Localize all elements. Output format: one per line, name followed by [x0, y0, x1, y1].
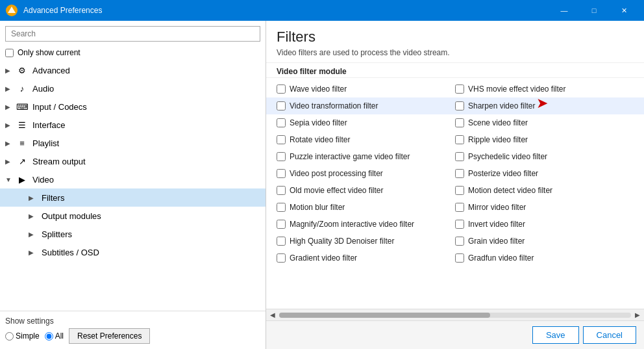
filter-right-2: Scene video filter: [455, 118, 634, 127]
minimize-button[interactable]: —: [549, 0, 579, 21]
sidebar-item-subtitles-osd[interactable]: ▶ Subtitles / OSD: [0, 243, 266, 261]
filter-checkbox-video-transform[interactable]: [277, 101, 286, 110]
only-show-current-checkbox[interactable]: [5, 49, 14, 57]
filter-checkbox-motion-blur[interactable]: [277, 203, 286, 212]
radio-simple[interactable]: Simple: [5, 331, 40, 341]
filter-checkbox-old-movie[interactable]: [277, 186, 286, 195]
filter-checkbox-scene[interactable]: [455, 118, 464, 127]
scroll-thumb[interactable]: [279, 313, 490, 318]
filter-label-motion-blur: Motion blur filter: [290, 203, 345, 212]
sidebar-item-video[interactable]: ▼ ▶ Video: [0, 170, 266, 188]
sidebar-item-audio[interactable]: ▶ ♪ Audio: [0, 79, 266, 97]
show-settings-section: Show settings Simple All Reset Preferenc…: [0, 311, 266, 349]
sidebar-item-interface[interactable]: ▶ ☰ Interface: [0, 116, 266, 134]
filter-checkbox-wave[interactable]: [277, 84, 286, 94]
filter-checkbox-denoiser[interactable]: [277, 237, 286, 246]
filter-label-mirror: Mirror video filter: [468, 203, 526, 212]
radio-simple-input[interactable]: [5, 332, 14, 341]
chevron-right-icon: ▶: [29, 213, 39, 220]
app-icon: [5, 4, 18, 17]
filter-row-4: Puzzle interactive game video filter Psy…: [266, 148, 644, 165]
filter-checkbox-magnify[interactable]: [277, 220, 286, 229]
filter-label-wave: Wave video filter: [290, 84, 347, 94]
filter-checkbox-gradient[interactable]: [277, 253, 286, 263]
filter-right-0: VHS movie effect video filter: [455, 84, 634, 94]
filter-left-4: Puzzle interactive game video filter: [277, 152, 455, 161]
filter-checkbox-vhs[interactable]: [455, 84, 464, 94]
sidebar-item-advanced[interactable]: ▶ ⚙ Advanced: [0, 61, 266, 79]
sidebar-item-stream-output[interactable]: ▶ ↗ Stream output: [0, 152, 266, 170]
filter-row-10: Gradient video filter Gradfun video filt…: [266, 250, 644, 266]
filter-checkbox-psychedelic[interactable]: [455, 152, 464, 161]
filters-list: ➤ Wave video filter VHS movie effect vid…: [266, 78, 644, 309]
sidebar-item-input-codecs[interactable]: ▶ ⌨ Input / Codecs: [0, 97, 266, 116]
only-show-current-row: Only show current: [0, 47, 266, 61]
filter-right-10: Gradfun video filter: [455, 253, 634, 263]
filter-left-1: Video transformation filter: [277, 101, 455, 110]
show-settings-label: Show settings: [5, 317, 260, 326]
filter-right-7: Mirror video filter: [455, 203, 634, 212]
filter-label-posterize: Posterize video filter: [468, 169, 538, 178]
filter-checkbox-grain[interactable]: [455, 237, 464, 246]
titlebar: Advanced Preferences — □ ✕: [0, 0, 644, 21]
chevron-right-icon: ▶: [5, 122, 16, 129]
filter-checkbox-mirror[interactable]: [455, 203, 464, 212]
scroll-right-button[interactable]: ▶: [632, 310, 643, 320]
filter-label-invert: Invert video filter: [468, 220, 525, 229]
filter-label-psychedelic: Psychedelic video filter: [468, 152, 547, 161]
scroll-left-button[interactable]: ◀: [267, 310, 278, 320]
filter-checkbox-invert[interactable]: [455, 220, 464, 229]
filter-row-7: Motion blur filter Mirror video filter: [266, 199, 644, 216]
filter-row-3: Rotate video filter Ripple video filter: [266, 131, 644, 148]
cancel-button[interactable]: Cancel: [583, 326, 636, 344]
filter-checkbox-posterize[interactable]: [455, 169, 464, 178]
sidebar-item-output-modules[interactable]: ▶ Output modules: [0, 207, 266, 225]
horizontal-scrollbar[interactable]: ◀ ▶: [266, 309, 644, 320]
filter-label-gradfun: Gradfun video filter: [468, 253, 534, 263]
filter-row-1: Video transformation filter Sharpen vide…: [266, 97, 644, 114]
save-button[interactable]: Save: [532, 326, 579, 344]
search-input[interactable]: [5, 26, 260, 42]
filter-label-puzzle: Puzzle interactive game video filter: [290, 152, 410, 161]
filter-left-7: Motion blur filter: [277, 203, 455, 212]
filter-right-4: Psychedelic video filter: [455, 152, 634, 161]
filter-label-ripple: Ripple video filter: [468, 135, 528, 144]
filter-right-9: Grain video filter: [455, 237, 634, 246]
filter-checkbox-motion-detect[interactable]: [455, 186, 464, 195]
right-panel: Filters Video filters are used to proces…: [266, 21, 644, 349]
filter-row-6: Old movie effect video filter Motion det…: [266, 182, 644, 199]
selection-arrow-icon: ➤: [536, 96, 548, 110]
filter-label-magnify: Magnify/Zoom interactive video filter: [290, 220, 414, 229]
sidebar-item-playlist[interactable]: ▶ ≡ Playlist: [0, 134, 266, 152]
filter-checkbox-gradfun[interactable]: [455, 253, 464, 263]
filter-row-2: Sepia video filter Scene video filter: [266, 114, 644, 131]
filter-right-5: Posterize video filter: [455, 169, 634, 178]
sidebar-item-splitters[interactable]: ▶ Splitters: [0, 225, 266, 243]
filter-label-denoiser: High Quality 3D Denoiser filter: [290, 237, 394, 246]
filter-left-6: Old movie effect video filter: [277, 186, 455, 195]
filter-checkbox-sharpen[interactable]: [455, 101, 464, 110]
filter-label-sharpen: Sharpen video filter: [468, 101, 535, 110]
chevron-right-icon: ▶: [29, 231, 39, 238]
stream-icon: ↗: [16, 155, 29, 168]
scroll-track[interactable]: [279, 313, 631, 318]
chevron-right-icon: ▶: [5, 85, 16, 92]
filter-checkbox-puzzle[interactable]: [277, 152, 286, 161]
filter-checkbox-post-processing[interactable]: [277, 169, 286, 178]
right-header: Filters Video filters are used to proces…: [266, 21, 644, 63]
filter-label-motion-detect: Motion detect video filter: [468, 186, 552, 195]
filter-checkbox-ripple[interactable]: [455, 135, 464, 144]
radio-all-input[interactable]: [45, 332, 53, 341]
bottom-action-bar: Save Cancel: [266, 320, 644, 349]
chevron-right-icon: ▶: [5, 103, 16, 110]
filter-label-post-processing: Video post processing filter: [290, 169, 383, 178]
radio-all[interactable]: All: [45, 331, 64, 341]
tree-container: ▶ ⚙ Advanced ▶ ♪ Audio ▶ ⌨ Input / Codec…: [0, 61, 266, 311]
close-button[interactable]: ✕: [609, 0, 639, 21]
maximize-button[interactable]: □: [579, 0, 609, 21]
filter-checkbox-sepia[interactable]: [277, 118, 286, 127]
reset-preferences-button[interactable]: Reset Preferences: [69, 328, 150, 344]
filter-label-sepia: Sepia video filter: [290, 118, 347, 127]
filter-checkbox-rotate[interactable]: [277, 135, 286, 144]
sidebar-item-filters[interactable]: ▶ Filters: [0, 188, 266, 207]
